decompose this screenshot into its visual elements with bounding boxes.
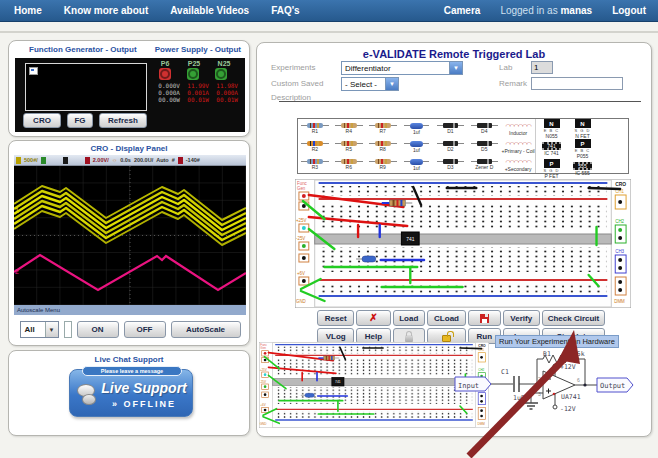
component-r9[interactable]: R9 (366, 157, 400, 172)
trigger-level: -140# (186, 157, 200, 163)
custom-saved-select[interactable]: - Select - ▼ (341, 77, 399, 91)
component-label: IC 741 (544, 151, 559, 156)
off-button[interactable]: OFF (124, 321, 166, 338)
ch2-marker: 2 (15, 268, 19, 275)
component-r7[interactable]: R7 (366, 121, 400, 136)
channel-select-value: All (21, 322, 45, 337)
component-r1[interactable]: R1 (298, 121, 332, 136)
component-label: R6 (346, 165, 352, 170)
capacitor-icon (410, 123, 423, 129)
autoscale-button[interactable]: AutoScale (171, 321, 241, 338)
ch1-chip-icon (16, 157, 21, 164)
transformer-coil-icon: ◠◠◠◠◠◠ (505, 140, 530, 148)
resistor-icon (341, 141, 357, 146)
time-offset: 0.0s (120, 157, 131, 163)
component-label: D1 (447, 129, 453, 134)
component-cap-1uf[interactable]: 1uf (400, 157, 434, 172)
component-d3[interactable]: D3 (433, 157, 467, 172)
logged-in-status: Logged in as manas (500, 5, 592, 16)
nav-know-more[interactable]: Know more about (64, 5, 148, 16)
component-d1[interactable]: D1 (433, 121, 467, 136)
capacitor-icon (410, 141, 423, 147)
nav-camera[interactable]: Camera (444, 5, 481, 16)
n25-voltage: 11.98V (209, 82, 238, 89)
custom-saved-label: Custom Saved (271, 79, 323, 88)
component-r5[interactable]: R5 (332, 139, 366, 154)
p25-knob-icon (187, 68, 199, 80)
component-d5[interactable]: D5 (467, 139, 501, 154)
spacer-box (64, 321, 72, 338)
verify-button[interactable]: Verify (503, 310, 540, 326)
breadboard[interactable] (295, 179, 631, 308)
circuit-schematic: Input C1 1uF R1 1.5k 2 3 6 +12V -12V UA7… (451, 347, 653, 437)
trigger-chip-icon (178, 157, 183, 164)
component-pfet[interactable]: PS G DP FET (536, 159, 567, 179)
lab-label: Lab (499, 63, 512, 72)
delete-button[interactable]: ✗ (356, 310, 390, 326)
component-label: R4 (346, 129, 352, 134)
component-ic741[interactable]: 741IC 741 (536, 139, 567, 159)
component-pnp[interactable]: PE B CP055 (567, 139, 598, 159)
nav-home[interactable]: Home (14, 5, 42, 16)
component-label: R9 (379, 165, 385, 170)
load-button[interactable]: Load (393, 310, 426, 326)
channel-select-dropdown[interactable]: All ▼ (20, 321, 59, 338)
open-padlock-icon (442, 335, 451, 342)
cro-button[interactable]: CRO (23, 113, 61, 128)
component-primary-coil[interactable]: ◠◠◠◠◠◠+Primary - Coil (501, 139, 535, 154)
instrument-display-area: P6 P25 N25 0.000V 11.99V 11.98V 0.000A 0… (15, 58, 245, 132)
component-d2[interactable]: D2 (433, 139, 467, 154)
component-secondary-coil[interactable]: ◠◠◠◠◠◠+Secondary (501, 157, 535, 172)
nav-available-videos[interactable]: Available Videos (170, 5, 249, 16)
remark-input[interactable] (531, 77, 623, 90)
divider-line (279, 101, 641, 102)
component-nfet[interactable]: NS G DN FET (567, 119, 598, 139)
pin2-label: 2 (538, 376, 541, 382)
resistor-icon (375, 123, 391, 128)
diode-icon (443, 123, 458, 128)
resistor-icon (341, 159, 357, 164)
check-circuit-button[interactable]: Check Circuit (542, 310, 605, 326)
component-label: R8 (379, 147, 385, 152)
component-cap-1uf[interactable]: 1uf (400, 121, 434, 136)
component-cap-1uf[interactable]: 1uf (400, 139, 434, 154)
cload-button[interactable]: CLoad (427, 310, 466, 326)
ch1-scale: 500#/ (24, 157, 38, 163)
nav-faqs[interactable]: FAQ's (271, 5, 300, 16)
component-inductor[interactable]: ◠◠◠◠◠◠Inductor (501, 121, 535, 136)
ch4-chip-icon (85, 157, 90, 164)
diode-icon (477, 141, 492, 146)
live-support-button[interactable]: Please leave a message Live Support » OF… (69, 369, 193, 417)
lab-input[interactable] (531, 61, 553, 74)
plus12v-label: +12V (560, 363, 576, 371)
resistor-icon (375, 159, 391, 164)
component-r8[interactable]: R8 (366, 139, 400, 154)
component-label: Zener D (475, 165, 493, 170)
cro-display-panel: CRO - Display Panel 500#/ 2.00V/ ☼ 0.0s … (8, 140, 250, 346)
component-r4[interactable]: R4 (332, 121, 366, 136)
chevron-down-icon[interactable]: ▼ (385, 78, 398, 90)
chevron-down-icon[interactable]: ▼ (45, 322, 58, 337)
chevron-down-icon[interactable]: ▼ (449, 62, 462, 74)
fg-button[interactable]: FG (67, 113, 93, 128)
component-zener[interactable]: Zener D (467, 157, 501, 172)
on-button[interactable]: ON (77, 321, 119, 338)
pin6-label: 6 (577, 377, 580, 383)
reset-button[interactable]: Reset (317, 310, 354, 326)
component-d4[interactable]: D4 (467, 121, 501, 136)
component-r2[interactable]: R2 (298, 139, 332, 154)
schematic-c1-label: C1 (501, 368, 509, 376)
scope-screen: 1 2 (14, 166, 246, 305)
component-ic555[interactable]: 555IC 555 (567, 159, 598, 179)
refresh-button[interactable]: Refresh (99, 113, 147, 128)
save-button[interactable] (468, 310, 501, 326)
nav-logout[interactable]: Logout (612, 5, 646, 16)
experiments-select[interactable]: Differentiator ▼ (341, 61, 463, 75)
supply-n25-label: N25 (209, 60, 239, 67)
inductor-icon: ◠◠◠◠◠◠ (505, 122, 530, 130)
component-r6[interactable]: R6 (332, 157, 366, 172)
pin3-label: 3 (538, 391, 541, 397)
schematic-output-label: Output (600, 382, 625, 390)
component-r3[interactable]: R3 (298, 157, 332, 172)
component-npn[interactable]: NE B CN055 (536, 119, 567, 139)
